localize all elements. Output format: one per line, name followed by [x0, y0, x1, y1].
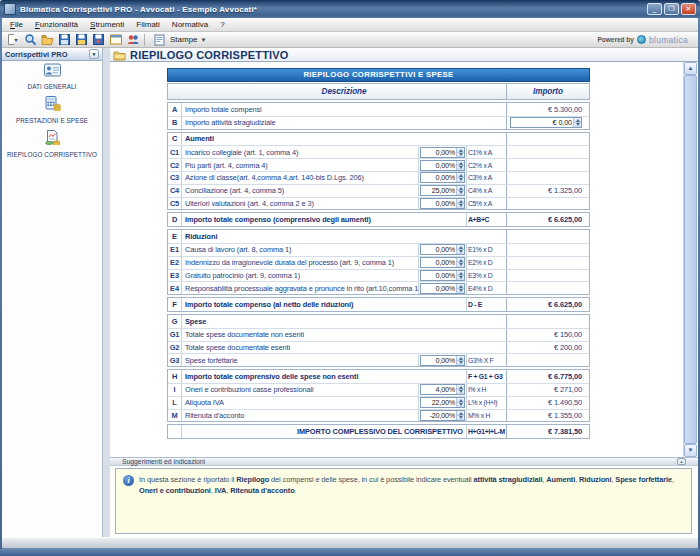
- save-icon[interactable]: [57, 33, 72, 46]
- percent-input[interactable]: 0,00%: [420, 355, 465, 366]
- spinner-buttons[interactable]: [456, 148, 464, 157]
- search-icon[interactable]: [23, 33, 38, 46]
- sidebar-menu-button[interactable]: ▾: [89, 49, 99, 59]
- row-letter: G2: [168, 342, 182, 354]
- table-section: GSpeseG1Totale spese documentate non ese…: [167, 314, 590, 367]
- row-importo: [506, 230, 589, 243]
- sidebar-item-dati-generali[interactable]: DATI GENERALI: [2, 63, 102, 90]
- vertical-scrollbar[interactable]: ▲ ▼: [683, 62, 696, 457]
- suggestions-title: Suggerimenti ed indicazioni: [122, 458, 205, 465]
- percent-input[interactable]: 0,00%: [420, 283, 465, 294]
- percent-input[interactable]: 0,00%: [420, 257, 465, 268]
- spinner-buttons[interactable]: [456, 411, 464, 420]
- row-description: Responsabilità processuale aggravata e p…: [182, 282, 418, 294]
- row-importo: [506, 244, 589, 256]
- menu-item-strumenti[interactable]: Strumenti: [84, 18, 130, 31]
- percent-input[interactable]: -20,00%: [420, 410, 465, 421]
- percent-value: 0,00%: [421, 245, 456, 254]
- spin-down-icon[interactable]: [574, 122, 581, 127]
- row-formula: E4% x D: [466, 282, 506, 294]
- table-section: CAumentiC1Incarico collegiale (art. 1, c…: [167, 132, 590, 211]
- spin-down-icon[interactable]: [457, 360, 464, 365]
- row-description: Riduzioni: [182, 230, 506, 243]
- menu-item-filmati[interactable]: Filmati: [130, 18, 166, 31]
- percent-input[interactable]: 0,00%: [420, 270, 465, 281]
- menu-item-normativa[interactable]: Normativa: [166, 18, 214, 31]
- spin-down-icon[interactable]: [457, 415, 464, 420]
- spinner-buttons[interactable]: [456, 385, 464, 394]
- scroll-down-icon[interactable]: ▼: [684, 444, 697, 457]
- percent-input[interactable]: 0,00%: [420, 172, 465, 183]
- percent-input[interactable]: 0,00%: [420, 160, 465, 171]
- row-description: Oneri e contribuzioni casse professional…: [182, 384, 418, 396]
- save-all-icon[interactable]: [74, 33, 89, 46]
- spinner-buttons[interactable]: [456, 284, 464, 293]
- row-importo: [506, 354, 589, 366]
- spinner-buttons[interactable]: [456, 199, 464, 208]
- spin-down-icon[interactable]: [457, 177, 464, 182]
- row-importo: € 5.300,00: [506, 103, 589, 116]
- suggestions-panel: i In questa sezione è riportato il Riepi…: [110, 466, 698, 537]
- row-letter: E3: [168, 270, 182, 282]
- percent-input[interactable]: 25,00%: [420, 185, 465, 196]
- table-row-F: FImporto totale compenso (al netto delle…: [168, 298, 589, 311]
- spin-down-icon[interactable]: [457, 165, 464, 170]
- percent-input[interactable]: 0,00%: [420, 198, 465, 209]
- collapse-icon[interactable]: ▲: [677, 458, 686, 465]
- spinner-buttons[interactable]: [456, 258, 464, 267]
- spin-down-icon[interactable]: [457, 203, 464, 208]
- sidebar-item-prestazioni-e-spese[interactable]: PRESTAZIONI E SPESE: [2, 96, 102, 124]
- sidebar-item-riepilogo-corrispettivo[interactable]: RIEPILOGO CORRISPETTIVO: [2, 130, 102, 158]
- menu-item-file[interactable]: File: [4, 18, 29, 31]
- users-icon[interactable]: [125, 33, 140, 46]
- spinner-buttons[interactable]: [456, 161, 464, 170]
- row-percent-cell: 0,00%: [418, 257, 466, 269]
- spinner-buttons[interactable]: [456, 398, 464, 407]
- percent-input[interactable]: 22,00%: [420, 397, 465, 408]
- spin-down-icon[interactable]: [457, 288, 464, 293]
- window-title: Blumatica Corrispettivi PRO - Avvocati -…: [20, 5, 257, 14]
- percent-input[interactable]: 4,00%: [420, 384, 465, 395]
- stampe-button[interactable]: Stampe ▼: [149, 33, 212, 47]
- spin-down-icon[interactable]: [457, 249, 464, 254]
- suggestions-header[interactable]: Suggerimenti ed indicazioni ▲: [110, 457, 698, 466]
- scroll-up-icon[interactable]: ▲: [684, 62, 697, 75]
- spin-down-icon[interactable]: [457, 262, 464, 267]
- table-column-header: Descrizione Importo: [168, 84, 589, 99]
- percent-input[interactable]: 0,00%: [420, 147, 465, 158]
- minimize-button[interactable]: _: [647, 3, 662, 15]
- restore-button[interactable]: ❐: [664, 3, 679, 15]
- spin-down-icon[interactable]: [457, 152, 464, 157]
- spin-down-icon[interactable]: [457, 402, 464, 407]
- spin-down-icon[interactable]: [457, 389, 464, 394]
- percent-input[interactable]: 0,00%: [420, 244, 465, 255]
- new-document-icon[interactable]: ▾: [6, 33, 21, 46]
- close-button[interactable]: ✕: [681, 3, 696, 15]
- spinner-buttons[interactable]: [456, 186, 464, 195]
- spin-down-icon[interactable]: [457, 190, 464, 195]
- menu-item-?[interactable]: ?: [214, 18, 230, 31]
- table-row-C: CAumenti: [168, 133, 589, 146]
- spinner-buttons[interactable]: [456, 245, 464, 254]
- spin-down-icon[interactable]: [457, 275, 464, 280]
- row-formula: H+G1+I+L-M: [466, 425, 506, 438]
- spinner-buttons[interactable]: [456, 173, 464, 182]
- spinner-buttons[interactable]: [456, 356, 464, 365]
- row-formula: C5% x A: [466, 198, 506, 210]
- main-content: RIEPILOGO CORRISPETTIVI E SPESE Descrizi…: [110, 62, 698, 457]
- row-importo: [506, 270, 589, 282]
- row-description: Causa di lavoro (art. 8, comma 1): [182, 244, 418, 256]
- importo-input[interactable]: € 0,00: [510, 117, 582, 128]
- row-importo: [506, 315, 589, 328]
- open-folder-icon[interactable]: [40, 33, 55, 46]
- row-percent-cell: -20,00%: [418, 410, 466, 422]
- table-row-B: BImporto attività stragiudiziale€ 0,00: [168, 116, 589, 129]
- riepilogo-table: RIEPILOGO CORRISPETTIVI E SPESE Descrizi…: [167, 68, 590, 439]
- scrollbar-thumb[interactable]: [684, 75, 697, 444]
- row-percent-cell: 0,00%: [418, 172, 466, 184]
- export-icon[interactable]: [91, 33, 106, 46]
- spinner-buttons[interactable]: [456, 271, 464, 280]
- form-icon[interactable]: [108, 33, 123, 46]
- spinner-buttons[interactable]: [573, 118, 581, 127]
- menu-item-funzionalit[interactable]: Funzionalità: [29, 18, 84, 31]
